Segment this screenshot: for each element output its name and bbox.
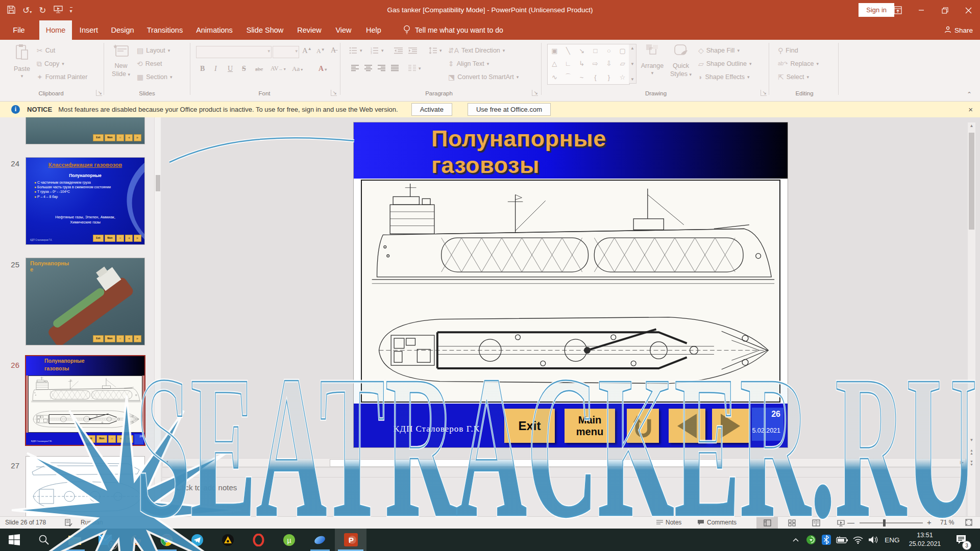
convert-smartart-button[interactable]: ⬔Convert to SmartArt▾ [448, 73, 519, 81]
idm-tray-icon[interactable] [803, 529, 819, 551]
normal-view-button[interactable] [756, 517, 778, 529]
dark-browser-icon[interactable] [121, 529, 150, 551]
undo-icon[interactable]: ↺▾ [22, 6, 32, 15]
clipboard-dialog-launcher[interactable]: ↘ [96, 90, 102, 96]
grow-font-button[interactable]: A▲ [302, 46, 312, 55]
notes-placeholder[interactable]: Click to add notes [176, 483, 237, 492]
redo-icon[interactable]: ↻ [39, 6, 46, 15]
bullets-button[interactable]: ▾ [349, 47, 362, 54]
language-tray-indicator[interactable]: ENG [882, 529, 902, 551]
line-shape-icon[interactable]: ╲ [566, 47, 570, 55]
numbering-button[interactable]: 123 ▾ [371, 47, 384, 54]
vertical-scrollbar-thumb[interactable] [969, 133, 974, 230]
change-case-button[interactable]: Aa ▾ [292, 65, 303, 73]
slide-canvas[interactable]: Полунапорные газовозы КДП Сталоверов Г.К… [354, 122, 788, 447]
thumbnail-slide-24[interactable]: Классификация газовозов Полунапорные ● С… [26, 158, 144, 244]
curve-shape-icon[interactable]: ~ [580, 73, 584, 81]
slide-bottom-bar[interactable]: КДП Сталоверов Г.К. Exit Mainmenu 26 5.0… [354, 404, 788, 447]
cut-button[interactable]: ✂Cut [37, 47, 55, 54]
zoom-in-button[interactable]: + [927, 518, 932, 527]
activate-button[interactable]: Activate [411, 103, 452, 116]
drawing-dialog-launcher[interactable]: ↘ [761, 90, 767, 96]
thumbnail-slide-25[interactable]: Полунапорные Exit Main ∪ ◀ ▶ [26, 258, 144, 345]
parallelogram-shape-icon[interactable]: ▱ [620, 60, 625, 67]
main-menu-button[interactable]: Mainmenu [565, 409, 615, 443]
scroll-right-icon[interactable]: ▶ [960, 459, 964, 466]
thumbnail-slide-26[interactable]: Полунапорныегазовозы КДП Сталоверов Г.К.… [26, 356, 144, 445]
left-brace-shape-icon[interactable]: { [594, 73, 596, 81]
character-spacing-button[interactable]: AV↔ ▾ [271, 65, 286, 72]
scribble-shape-icon[interactable]: ∿ [552, 73, 557, 81]
arrow-shape-icon[interactable]: ↘ [579, 47, 584, 55]
restore-button[interactable] [933, 0, 957, 20]
chrome-icon[interactable] [152, 529, 181, 551]
arc-shape-icon[interactable]: ⌒ [565, 72, 571, 82]
tab-review[interactable]: Review [291, 20, 327, 40]
shape-gallery-scrollbar[interactable]: ▲▼▼ [629, 44, 636, 84]
next-slide-button[interactable] [712, 409, 749, 443]
zoom-out-button[interactable]: — [847, 518, 854, 527]
down-arrow-shape-icon[interactable]: ⇩ [606, 60, 612, 67]
tab-slide-show[interactable]: Slide Show [240, 20, 289, 40]
powerpoint-taskbar-icon[interactable]: P [335, 529, 366, 551]
bluetooth-tray-icon[interactable] [819, 529, 834, 551]
tab-file[interactable]: File [4, 20, 34, 40]
tab-transitions[interactable]: Transitions [141, 20, 188, 40]
volume-tray-icon[interactable] [866, 529, 881, 551]
scrollbar-thumb[interactable] [156, 175, 160, 191]
arrange-button[interactable]: Arrange ▾ [639, 44, 666, 76]
elbow-shape-icon[interactable]: ∟ [565, 60, 572, 67]
align-text-button[interactable]: ⇕Align Text▾ [448, 60, 489, 67]
close-button[interactable] [957, 0, 980, 20]
shape-outline-button[interactable]: ▱Shape Outline▾ [698, 60, 752, 67]
file-explorer-icon[interactable] [60, 529, 89, 551]
u-turn-button[interactable] [627, 409, 659, 443]
slide-sorter-view-button[interactable] [781, 517, 802, 529]
save-icon[interactable] [7, 6, 15, 15]
underline-button[interactable]: U [228, 65, 233, 73]
zoom-level[interactable]: 71 % [940, 519, 954, 526]
horizontal-scrollbar-thumb[interactable] [330, 459, 721, 467]
fit-slide-to-window-button[interactable] [965, 518, 973, 528]
clear-formatting-button[interactable]: A̶ [331, 46, 336, 55]
start-button[interactable] [0, 529, 29, 551]
customize-qat-icon[interactable]: ▾ [70, 7, 72, 14]
tab-home[interactable]: Home [39, 20, 72, 40]
zoom-slider-thumb[interactable] [883, 519, 886, 527]
increase-indent-button[interactable] [408, 47, 417, 54]
wifi-tray-icon[interactable] [850, 529, 866, 551]
spell-check-icon[interactable] [64, 518, 72, 528]
font-dialog-launcher[interactable]: ↘ [331, 90, 337, 96]
action-center-icon[interactable]: 3 [948, 529, 974, 551]
mail-icon[interactable]: 24 [91, 529, 119, 551]
copy-button[interactable]: ⧉Copy▾ [37, 60, 64, 67]
font-color-button[interactable]: A ▾ [318, 65, 327, 73]
strikethrough-button[interactable]: S [242, 65, 246, 73]
ribbon-display-options-icon[interactable] [886, 0, 910, 20]
previous-slide-button[interactable] [669, 409, 705, 443]
scroll-up-icon[interactable]: ▲ [968, 123, 975, 128]
decrease-indent-button[interactable] [394, 47, 403, 54]
horizontal-scrollbar[interactable]: ◀ ▶ [162, 458, 966, 467]
shape-effects-button[interactable]: ◗Shape Effects▾ [698, 73, 750, 81]
notes-toggle[interactable]: Notes [656, 519, 681, 526]
minimize-button[interactable] [910, 0, 933, 20]
font-size-combo[interactable]: ▾ [273, 46, 299, 58]
select-button[interactable]: ⇱Select▾ [778, 73, 809, 81]
tab-design[interactable]: Design [106, 20, 139, 40]
tab-view[interactable]: View [329, 20, 358, 40]
search-button[interactable] [30, 529, 58, 551]
line-spacing-button[interactable]: ▾ [429, 47, 442, 54]
new-slide-button[interactable]: New Slide ▾ [107, 44, 135, 78]
opera-icon[interactable] [244, 529, 273, 551]
thumbnail-slide-27[interactable] [26, 457, 144, 516]
font-name-combo[interactable]: ▾ [196, 46, 272, 58]
notice-close-icon[interactable]: × [968, 105, 973, 114]
italic-button[interactable]: I [214, 65, 217, 73]
vertical-scrollbar[interactable]: ▲ ▼ ▲▲ ▼▼ [968, 122, 975, 516]
align-center-button[interactable] [364, 65, 372, 71]
notes-pane[interactable]: Click to add notes [162, 467, 966, 517]
collapse-ribbon-button[interactable]: ⌃ [967, 91, 972, 98]
ship-drawing-frame[interactable] [361, 180, 780, 403]
tab-insert[interactable]: Insert [74, 20, 104, 40]
